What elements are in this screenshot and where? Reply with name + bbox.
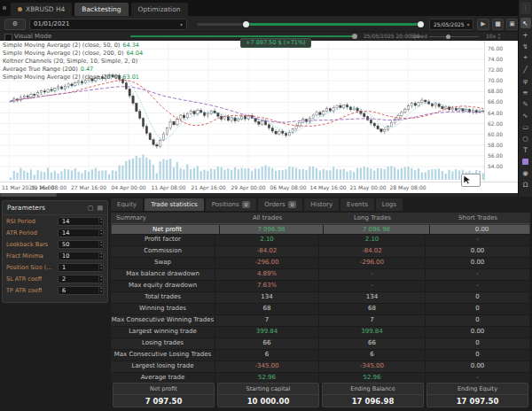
trendline-tool-icon[interactable]: ╱: [520, 64, 531, 74]
table-row[interactable]: Net profit7 096.987 096.980.00: [111, 224, 530, 235]
parameter-row: Lookback Bars50▴▾: [3, 238, 107, 250]
table-row[interactable]: Max Consecutive Losing Trades660: [111, 350, 530, 361]
summary-card: Starting capital10 000.00: [217, 383, 319, 407]
trend-arrow-tool-icon[interactable]: ↯: [520, 41, 531, 51]
table-row[interactable]: Max Consecutive Winning Trades770: [111, 315, 530, 327]
table-row[interactable]: Largest losing trade-345.00-345.000.00: [111, 361, 530, 373]
cursor-tool-icon[interactable]: ↖: [520, 18, 531, 28]
table-row[interactable]: Profit factor2.102.10-: [111, 235, 530, 246]
anchor-point-tool-icon[interactable]: ⌖: [520, 52, 531, 63]
parameter-stepper[interactable]: ▴▾: [98, 229, 103, 236]
tab-positions[interactable]: Positions0: [206, 198, 256, 211]
table-row[interactable]: Losing trades66660: [111, 338, 530, 350]
color-swatch-icon[interactable]: [520, 156, 531, 167]
parameter-input[interactable]: 1▴▾: [58, 263, 104, 272]
table-row[interactable]: Total trades1341340: [111, 292, 530, 304]
playhead-track[interactable]: [130, 35, 355, 37]
drawing-toolbar: ⋮ ↖+↯⌖╱ψ≡✎∿▭○T◉Ω: [518, 0, 532, 197]
parameter-stepper[interactable]: ▴▾: [98, 241, 103, 247]
ellipse-tool-icon[interactable]: ○: [520, 133, 531, 143]
parameter-input[interactable]: 2▴▾: [58, 275, 104, 283]
table-row[interactable]: Winning trades68680: [111, 304, 530, 315]
pitchfork-tool-icon[interactable]: ψ: [520, 75, 531, 86]
table-row[interactable]: Max equity drawdown7.63%--: [111, 281, 530, 292]
parameter-stepper[interactable]: ▴▾: [98, 264, 103, 270]
results-panel: Parameters ▢ ▤ RSI Period14▴▾ATR Period1…: [0, 197, 532, 411]
row-value: 0: [426, 304, 530, 314]
indicator-label: Average True Range (200): [3, 66, 78, 73]
parameter-stepper[interactable]: ▴▾: [98, 275, 103, 282]
parameter-input[interactable]: 50▴▾: [58, 240, 104, 249]
parameter-label: Lookback Bars: [6, 241, 48, 248]
parameter-label: RSI Period: [6, 218, 35, 225]
parameter-stepper[interactable]: ▴▾: [98, 218, 103, 224]
brush-tool-icon[interactable]: ✎: [520, 98, 531, 109]
tab-optimization[interactable]: Optimization: [131, 3, 188, 16]
magnet-tool-icon[interactable]: Ω: [520, 179, 531, 190]
tab-backtesting[interactable]: Backtesting: [74, 3, 128, 16]
tab-logs[interactable]: Logs: [376, 198, 403, 211]
speed-slider[interactable]: [429, 36, 479, 37]
screenshot-tool-icon[interactable]: ◉: [520, 167, 531, 178]
tab-events[interactable]: Events: [340, 198, 374, 211]
row-value: 0: [426, 350, 530, 361]
parameter-row: Position Size (...1▴▾: [3, 261, 107, 273]
column-header: Short Trades: [426, 213, 530, 223]
swatch-color: [522, 159, 528, 165]
range-start-handle[interactable]: [243, 21, 249, 27]
rectangle-tool-icon[interactable]: ▭: [520, 121, 531, 132]
stop-icon: ■: [495, 20, 501, 27]
save-icon[interactable]: ▤: [97, 205, 103, 212]
indicator-legend-row: Keltner Channels (20, Simple, 10, Simple…: [3, 58, 143, 66]
parameter-value: 50: [59, 241, 69, 248]
row-label: Commission: [111, 246, 215, 257]
range-end-handle[interactable]: [418, 21, 424, 27]
playhead-handle[interactable]: [352, 34, 357, 39]
pattern-tool-icon[interactable]: ∿: [520, 110, 531, 120]
parameter-stepper[interactable]: ▴▾: [98, 287, 103, 293]
row-label: Max Consecutive Losing Trades: [111, 350, 215, 361]
table-row[interactable]: Max balance drawdown4.89%--: [111, 269, 530, 281]
speed-handle[interactable]: [446, 35, 450, 39]
toolbar-more-button[interactable]: ⋮: [520, 2, 531, 14]
svg-text:66.00: 66.00: [488, 98, 503, 105]
settings-button[interactable]: ⚙: [4, 19, 26, 30]
parameter-stepper[interactable]: ▴▾: [98, 252, 103, 259]
parameter-value: 10: [59, 252, 69, 260]
end-date-select[interactable]: 25/05/2025 ▾: [429, 19, 473, 30]
table-row[interactable]: Commission-84.02-84.020.00: [111, 246, 530, 258]
row-value: 6: [215, 350, 319, 361]
row-value: 68: [215, 304, 319, 314]
text-tool-icon[interactable]: T: [520, 144, 531, 155]
row-value: 0: [426, 315, 530, 326]
price-chart[interactable]: 54.0056.0058.0060.0062.0064.0066.0068.00…: [0, 41, 518, 193]
play-button[interactable]: ▶: [477, 19, 489, 30]
column-header: All trades: [215, 213, 319, 223]
speed-stepper[interactable]: ▴ ▾: [498, 33, 500, 40]
tab-trade-statistics[interactable]: Trade statistics: [145, 198, 204, 211]
stop-button[interactable]: ■: [492, 19, 504, 30]
parameter-row: SL ATR coeff2▴▾: [3, 273, 107, 284]
row-value: 0.00: [426, 246, 530, 257]
parameter-input[interactable]: 14▴▾: [58, 217, 104, 226]
summary-cards: Net profit7 097.50Starting capital10 000…: [113, 383, 528, 407]
indicator-label: Simple Moving Average (2) (close, 50, 0): [3, 42, 120, 49]
crosshair-tool-icon[interactable]: +: [520, 29, 531, 40]
window-tabbar: XBRUSD H4 Backtesting Optimization: [0, 0, 532, 16]
parameter-input[interactable]: 10▴▾: [58, 252, 104, 260]
start-date-select[interactable]: 01/01/2021 ▾: [29, 19, 187, 30]
table-row[interactable]: Largest winning trade399.84399.840.00: [111, 327, 530, 338]
tab-equity[interactable]: Equity: [111, 198, 143, 211]
parameters-panel: Parameters ▢ ▤ RSI Period14▴▾ATR Period1…: [2, 200, 108, 303]
parameter-input[interactable]: 6▴▾: [58, 286, 104, 295]
tab-symbol[interactable]: XBRUSD H4: [11, 3, 72, 16]
panel-button[interactable]: ▣: [506, 19, 518, 30]
parameter-input[interactable]: 14▴▾: [58, 229, 104, 237]
tab-history[interactable]: History: [304, 198, 339, 211]
table-row[interactable]: Swap-296.00-296.000.00: [111, 258, 530, 269]
tab-orders[interactable]: Orders0: [258, 198, 302, 211]
tab-label: Trade statistics: [151, 198, 198, 211]
row-label: Profit factor: [111, 235, 215, 245]
monitor-icon[interactable]: ▢: [88, 205, 94, 212]
fib-retracement-tool-icon[interactable]: ≡: [520, 87, 531, 97]
